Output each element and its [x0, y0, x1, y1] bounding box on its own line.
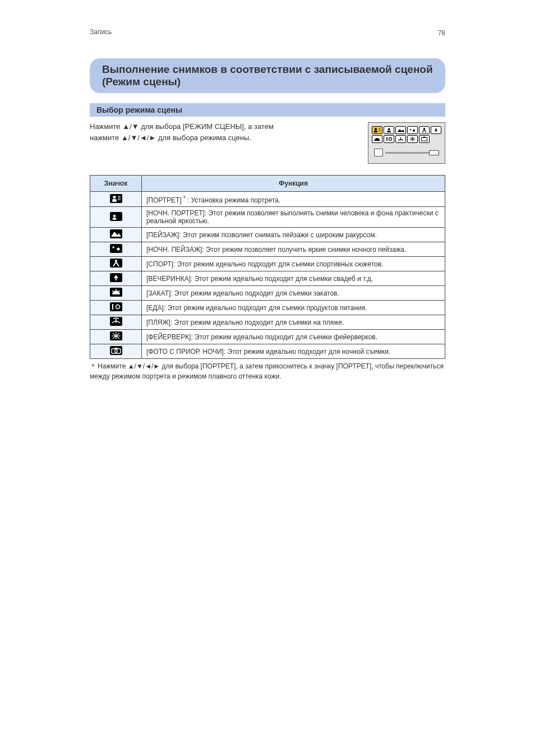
svg-rect-20 — [423, 137, 425, 138]
svg-point-21 — [113, 195, 116, 198]
party-icon — [431, 126, 441, 134]
landscape-icon — [395, 126, 406, 134]
beach-icon — [110, 317, 122, 326]
svg-text:★: ★ — [112, 245, 115, 249]
table-row: [ПОРТРЕТ]＊: Установка режима портрета. — [90, 192, 445, 207]
svg-rect-1 — [374, 131, 378, 132]
svg-rect-25 — [118, 199, 121, 200]
table-cell: [СПОРТ]: Этот режим идеально подходит дл… — [142, 257, 445, 271]
svg-marker-28 — [111, 232, 121, 237]
table-cell: [ЗАКАТ]: Этот режим идеально подходит дл… — [142, 286, 445, 301]
party-icon — [110, 273, 122, 282]
svg-rect-4 — [379, 131, 380, 132]
footnote: ＊Нажмите ▲/▼/◄/► для выбора [ПОРТРЕТ], а… — [90, 361, 445, 381]
slider-knob — [429, 150, 439, 155]
fireworks-icon — [407, 135, 418, 143]
svg-rect-36 — [112, 304, 113, 310]
breadcrumb: Запись — [90, 28, 445, 36]
table-row: [ФОТО С ПРИОР. НОЧИ]: Этот режим идеальн… — [90, 344, 445, 359]
table-cell: [ФОТО С ПРИОР. НОЧИ]: Этот режим идеальн… — [142, 344, 445, 359]
table-row: [СПОРТ]: Этот режим идеально подходит дл… — [90, 257, 445, 271]
scene-menu-figure: ★ — [368, 122, 445, 164]
table-cell: [НОЧН. ПОРТРЕТ]: Этот режим позволяет вы… — [142, 207, 445, 228]
food-icon — [110, 302, 122, 311]
beach-icon — [395, 135, 406, 143]
svg-rect-6 — [387, 131, 391, 132]
table-cell: [НОЧН. ПЕЙЗАЖ]: Этот режим позволяет пол… — [142, 242, 445, 257]
night-landscape-icon: ★ — [110, 244, 122, 253]
svg-rect-19 — [421, 137, 427, 141]
table-row: [ЗАКАТ]: Этот режим идеально подходит дл… — [90, 286, 445, 301]
svg-rect-23 — [118, 196, 121, 196]
filmstrip-icon — [374, 149, 383, 156]
night-portrait-icon — [384, 126, 394, 134]
sunset-icon — [372, 135, 382, 143]
portrait-icon — [110, 194, 122, 203]
svg-point-0 — [375, 128, 377, 130]
night-photo-icon — [110, 346, 122, 355]
table-row: ★ [НОЧН. ПЕЙЗАЖ]: Этот режим позволяет п… — [90, 242, 445, 257]
svg-rect-12 — [386, 137, 388, 141]
svg-rect-32 — [116, 278, 117, 280]
fireworks-icon — [110, 331, 122, 340]
landscape-icon — [110, 229, 122, 238]
svg-line-35 — [119, 291, 120, 292]
svg-point-9 — [413, 130, 415, 132]
table-row: [ПЛЯЖ]: Этот режим идеально подходит для… — [90, 315, 445, 330]
col-icon: Значок — [90, 176, 142, 192]
arrow-up-down-icon: ▲/▼ — [122, 122, 139, 131]
table-cell: [ЕДА]: Этот режим идеально подходит для … — [142, 301, 445, 315]
svg-point-26 — [113, 214, 116, 217]
portrait-icon — [372, 126, 382, 134]
sports-icon — [419, 126, 430, 134]
svg-rect-24 — [118, 197, 121, 198]
intro-text: Нажмите ▲/▼ для выбора [РЕЖИМ СЦЕНЫ], а … — [90, 121, 360, 164]
page-title: Выполнение снимков в соответствии с запи… — [90, 58, 445, 93]
table-row: [НОЧН. ПОРТРЕТ]: Этот режим позволяет вы… — [90, 207, 445, 228]
table-cell: [ПОРТРЕТ]＊: Установка режима портрета. — [142, 192, 445, 207]
svg-point-44 — [114, 350, 117, 353]
svg-rect-22 — [112, 199, 117, 202]
night-landscape-icon: ★ — [407, 126, 418, 134]
table-cell: [ФЕЙЕРВЕРК]: Этот режим идеально подходи… — [142, 330, 445, 344]
arrow-cross-icon: ▲/▼/◄/► — [121, 133, 156, 142]
svg-point-13 — [389, 137, 392, 140]
scene-modes-table: Значок Функция [ПОРТРЕТ]＊: Установка реж… — [90, 175, 445, 359]
table-cell: [ПЛЯЖ]: Этот режим идеально подходит для… — [142, 315, 445, 330]
svg-marker-7 — [398, 129, 405, 132]
svg-point-37 — [116, 305, 119, 309]
svg-rect-2 — [379, 128, 380, 129]
table-row: [ФЕЙЕРВЕРК]: Этот режим идеально подходи… — [90, 330, 445, 344]
col-desc: Функция — [142, 176, 445, 192]
svg-rect-3 — [379, 130, 380, 130]
sunset-icon — [110, 288, 122, 297]
table-cell: [ВЕЧЕРИНКА]: Этот режим идеально подходи… — [142, 271, 445, 286]
slider-track — [385, 152, 439, 154]
svg-point-5 — [388, 128, 390, 130]
svg-line-34 — [112, 291, 113, 292]
table-cell: [ПЕЙЗАЖ]: Этот режим позволяет снимать п… — [142, 228, 445, 242]
section-heading: Выбор режима сцены — [90, 103, 445, 117]
table-row: [ПЕЙЗАЖ]: Этот режим позволяет снимать п… — [90, 228, 445, 242]
table-row: [ВЕЧЕРИНКА]: Этот режим идеально подходи… — [90, 271, 445, 286]
night-photo-icon — [419, 135, 430, 143]
food-icon — [384, 135, 394, 143]
svg-rect-27 — [112, 218, 116, 220]
night-portrait-icon — [110, 212, 122, 221]
svg-text:★: ★ — [409, 128, 412, 131]
svg-rect-45 — [114, 348, 118, 349]
sports-icon — [110, 259, 122, 268]
table-row: [ЕДА]: Этот режим идеально подходит для … — [90, 301, 445, 315]
svg-rect-11 — [436, 131, 437, 132]
svg-point-30 — [117, 247, 119, 250]
page-number: 78 — [438, 29, 445, 37]
arrow-cross-icon: ▲/▼/◄/► — [128, 362, 160, 370]
